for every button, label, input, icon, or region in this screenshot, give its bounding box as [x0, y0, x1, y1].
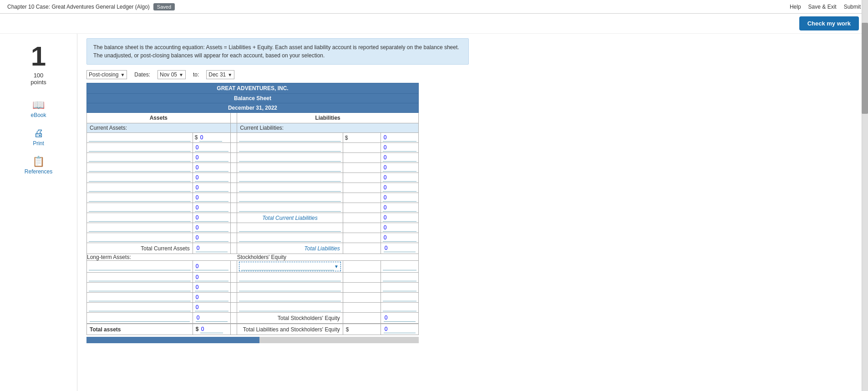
equity-dropdown-icon[interactable]: ▼ — [334, 264, 339, 269]
lt-asset-amount-input-2[interactable] — [195, 274, 228, 281]
asset-name-input-8[interactable] — [89, 204, 191, 212]
liability-amount-input-5[interactable] — [383, 174, 416, 182]
date-from-select[interactable]: Nov 05 ▼ — [157, 70, 186, 79]
post-closing-select[interactable]: Post-closing ▼ — [86, 70, 127, 79]
lt-asset-amount-input-3[interactable] — [195, 284, 228, 291]
lt-asset-name-input-5[interactable] — [89, 304, 191, 311]
equity-amount-input-3[interactable] — [383, 284, 416, 291]
liability-amount-input-10[interactable] — [383, 234, 416, 242]
liability-amount-input-8[interactable] — [383, 204, 416, 212]
total-liabilities-equity-label: Total Liabilities and Stockholders' Equi… — [237, 324, 343, 335]
dollar-sign: $ — [195, 134, 198, 141]
liability-name-input-3[interactable] — [239, 154, 341, 162]
references-button[interactable]: 📋 References — [0, 151, 77, 179]
asset-amount-input-8[interactable] — [195, 204, 228, 212]
asset-name-input-6[interactable] — [89, 184, 191, 192]
current-liabilities-label: Current Liabilities: — [237, 123, 419, 133]
post-closing-label: Post-closing — [89, 71, 118, 78]
lt-asset-amount-input-6[interactable] — [196, 314, 228, 322]
asset-name-input-7[interactable] — [89, 194, 191, 202]
total-liabilities-equity-input[interactable] — [384, 325, 416, 333]
liability-amount-input-4[interactable] — [383, 164, 416, 172]
liability-amount-input-7[interactable] — [383, 194, 416, 202]
asset-name-input-11[interactable] — [89, 234, 191, 242]
date-to-select[interactable]: Dec 31 ▼ — [206, 70, 234, 79]
liability-amount-input-1[interactable] — [383, 134, 416, 142]
equity-name-input-4[interactable] — [239, 294, 341, 301]
save-exit-link[interactable]: Save & Exit — [808, 4, 837, 10]
report-date-cell: December 31, 2022 — [87, 103, 419, 113]
total-current-liabilities-input[interactable] — [383, 214, 416, 222]
liability-name-input-1[interactable] — [239, 134, 341, 142]
equity-name-input-5[interactable] — [239, 304, 341, 311]
asset-name-input-5[interactable] — [89, 174, 191, 182]
total-stockholders-equity-input[interactable] — [384, 314, 416, 322]
equity-amount-input-1[interactable] — [383, 263, 416, 270]
asset-name-input-10[interactable] — [89, 224, 191, 232]
table-row: $ $ — [87, 133, 419, 143]
table-row — [87, 273, 419, 283]
lt-asset-name-input-4[interactable] — [89, 294, 191, 301]
asset-amount-input-1[interactable] — [199, 134, 222, 142]
asset-name-input-1[interactable] — [89, 134, 191, 142]
liability-amount-input-2[interactable] — [383, 144, 416, 152]
vertical-scrollbar[interactable] — [862, 0, 868, 391]
liability-name-input-4[interactable] — [239, 164, 341, 172]
horizontal-scrollbar[interactable] — [86, 337, 419, 343]
equity-amount-input-4[interactable] — [383, 294, 416, 301]
liability-name-input-7[interactable] — [239, 194, 341, 202]
total-liabilities-input[interactable] — [384, 244, 416, 252]
asset-name-input-2[interactable] — [89, 144, 191, 152]
table-row — [87, 173, 419, 183]
lt-asset-amount-input-5[interactable] — [195, 304, 228, 311]
liability-amount-input-3[interactable] — [383, 154, 416, 162]
lt-asset-name-input-1[interactable] — [89, 263, 191, 270]
asset-amount-input-11[interactable] — [195, 234, 228, 242]
table-row — [87, 153, 419, 163]
total-assets-input[interactable] — [200, 325, 223, 333]
check-my-work-button[interactable]: Check my work — [799, 16, 859, 30]
asset-name-input-3[interactable] — [89, 154, 191, 162]
liability-name-input-8[interactable] — [239, 204, 341, 212]
equity-name-input-2[interactable] — [239, 274, 341, 281]
company-name-cell: GREAT ADVENTURES, INC. — [87, 83, 419, 94]
asset-amount-input-5[interactable] — [195, 174, 228, 182]
asset-name-input-9[interactable] — [89, 214, 191, 222]
liability-amount-input-6[interactable] — [383, 184, 416, 192]
liability-name-input-5[interactable] — [239, 174, 341, 182]
liability-name-input-2[interactable] — [239, 144, 341, 152]
ebook-button[interactable]: 📖 eBook — [0, 95, 77, 123]
liability-name-input-6[interactable] — [239, 184, 341, 192]
total-assets-label: Total assets — [87, 324, 193, 335]
grand-totals-row: Total assets $ Total Liabilities and Sto… — [87, 324, 419, 335]
equity-amount-input-5[interactable] — [383, 304, 416, 311]
submit-link[interactable]: Submit — [844, 4, 861, 10]
asset-amount-input-7[interactable] — [195, 194, 228, 202]
asset-amount-input-9[interactable] — [195, 214, 228, 222]
scrollbar-thumb[interactable] — [862, 23, 868, 114]
equity-name-input-1[interactable] — [241, 263, 334, 270]
total-current-assets-input[interactable] — [196, 244, 228, 252]
liability-amount-input-9[interactable] — [383, 224, 416, 232]
lt-asset-amount-input-4[interactable] — [195, 294, 228, 301]
equity-name-input-3[interactable] — [239, 284, 341, 291]
dollar-sign: $ — [196, 326, 199, 332]
asset-amount-input-3[interactable] — [195, 154, 228, 162]
top-bar-actions: Help Save & Exit Submit — [790, 4, 861, 10]
liability-name-input-10[interactable] — [239, 234, 341, 242]
total-current-assets-label: Total Current Assets — [87, 243, 193, 254]
table-row — [87, 303, 419, 313]
asset-amount-input-10[interactable] — [195, 224, 228, 232]
equity-amount-input-2[interactable] — [383, 274, 416, 281]
lt-asset-name-input-2[interactable] — [89, 274, 191, 281]
lt-asset-name-input-3[interactable] — [89, 284, 191, 291]
print-button[interactable]: 🖨 Print — [0, 123, 77, 151]
lt-asset-amount-input-1[interactable] — [195, 263, 228, 270]
asset-amount-input-4[interactable] — [195, 164, 228, 172]
lt-asset-name-input-6[interactable] — [90, 314, 190, 322]
liability-name-input-9[interactable] — [239, 224, 341, 232]
asset-amount-input-2[interactable] — [195, 144, 228, 152]
asset-amount-input-6[interactable] — [195, 184, 228, 192]
asset-name-input-4[interactable] — [89, 164, 191, 172]
help-link[interactable]: Help — [790, 4, 801, 10]
